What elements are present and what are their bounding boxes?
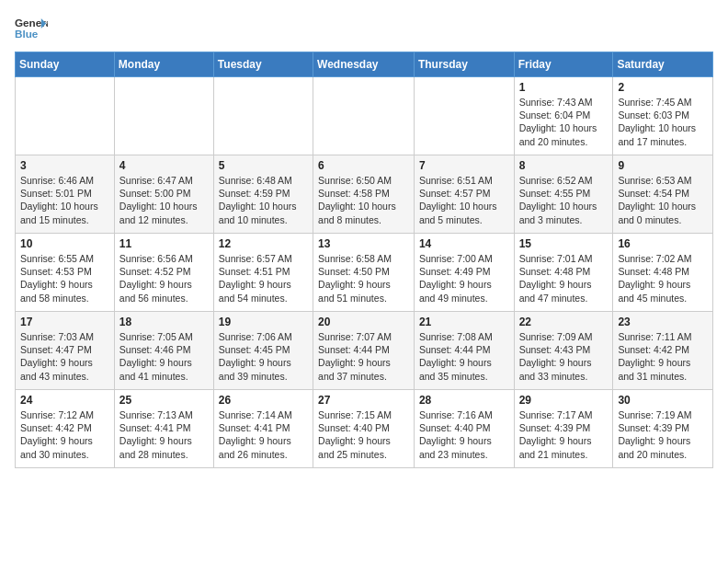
day-number: 29 bbox=[519, 394, 609, 407]
calendar-cell: 17Sunrise: 7:03 AM Sunset: 4:47 PM Dayli… bbox=[16, 312, 115, 390]
day-info: Sunrise: 7:11 AM Sunset: 4:42 PM Dayligh… bbox=[618, 330, 708, 383]
calendar-cell: 7Sunrise: 6:51 AM Sunset: 4:57 PM Daylig… bbox=[414, 155, 514, 234]
day-info: Sunrise: 6:53 AM Sunset: 4:54 PM Dayligh… bbox=[618, 174, 708, 226]
day-number: 8 bbox=[519, 159, 609, 172]
day-number: 5 bbox=[219, 159, 308, 172]
calendar-cell: 8Sunrise: 6:52 AM Sunset: 4:55 PM Daylig… bbox=[514, 155, 613, 234]
calendar-cell: 1Sunrise: 7:43 AM Sunset: 6:04 PM Daylig… bbox=[514, 77, 613, 155]
calendar-cell: 9Sunrise: 6:53 AM Sunset: 4:54 PM Daylig… bbox=[613, 155, 713, 234]
header: General Blue bbox=[15, 15, 713, 40]
calendar-cell bbox=[213, 77, 313, 155]
day-number: 3 bbox=[20, 159, 109, 172]
day-info: Sunrise: 7:15 AM Sunset: 4:40 PM Dayligh… bbox=[318, 408, 409, 461]
day-info: Sunrise: 7:17 AM Sunset: 4:39 PM Dayligh… bbox=[519, 408, 609, 461]
day-number: 1 bbox=[519, 81, 609, 94]
calendar-cell bbox=[313, 77, 415, 155]
calendar-cell: 27Sunrise: 7:15 AM Sunset: 4:40 PM Dayli… bbox=[313, 390, 415, 468]
day-info: Sunrise: 6:50 AM Sunset: 4:58 PM Dayligh… bbox=[318, 174, 409, 226]
calendar-cell: 21Sunrise: 7:08 AM Sunset: 4:44 PM Dayli… bbox=[414, 312, 514, 390]
day-info: Sunrise: 6:55 AM Sunset: 4:53 PM Dayligh… bbox=[20, 252, 109, 304]
calendar-cell: 12Sunrise: 6:57 AM Sunset: 4:51 PM Dayli… bbox=[213, 234, 313, 312]
day-number: 4 bbox=[119, 159, 209, 172]
calendar-cell: 16Sunrise: 7:02 AM Sunset: 4:48 PM Dayli… bbox=[613, 234, 713, 312]
calendar-cell: 25Sunrise: 7:13 AM Sunset: 4:41 PM Dayli… bbox=[114, 390, 213, 468]
logo-icon: General Blue bbox=[15, 15, 48, 40]
day-info: Sunrise: 7:05 AM Sunset: 4:46 PM Dayligh… bbox=[119, 330, 209, 383]
day-number: 25 bbox=[119, 394, 209, 407]
week-row-1: 1Sunrise: 7:43 AM Sunset: 6:04 PM Daylig… bbox=[16, 77, 713, 155]
day-number: 30 bbox=[618, 394, 708, 407]
day-number: 2 bbox=[618, 81, 708, 94]
weekday-header-wednesday: Wednesday bbox=[313, 52, 415, 77]
day-number: 19 bbox=[219, 316, 308, 328]
calendar-cell: 30Sunrise: 7:19 AM Sunset: 4:39 PM Dayli… bbox=[613, 390, 713, 468]
weekday-header-tuesday: Tuesday bbox=[213, 52, 313, 77]
day-number: 10 bbox=[20, 237, 109, 250]
day-number: 26 bbox=[219, 394, 308, 407]
weekday-header-sunday: Sunday bbox=[16, 52, 115, 77]
calendar-cell: 15Sunrise: 7:01 AM Sunset: 4:48 PM Dayli… bbox=[514, 234, 613, 312]
day-number: 20 bbox=[318, 316, 409, 328]
day-info: Sunrise: 6:48 AM Sunset: 4:59 PM Dayligh… bbox=[219, 174, 308, 226]
day-number: 18 bbox=[119, 316, 209, 328]
week-row-4: 17Sunrise: 7:03 AM Sunset: 4:47 PM Dayli… bbox=[16, 312, 713, 390]
day-number: 23 bbox=[618, 316, 708, 328]
calendar-cell: 26Sunrise: 7:14 AM Sunset: 4:41 PM Dayli… bbox=[213, 390, 313, 468]
day-info: Sunrise: 7:02 AM Sunset: 4:48 PM Dayligh… bbox=[618, 252, 708, 304]
day-number: 16 bbox=[618, 237, 708, 250]
day-info: Sunrise: 7:06 AM Sunset: 4:45 PM Dayligh… bbox=[219, 330, 308, 383]
calendar-cell: 24Sunrise: 7:12 AM Sunset: 4:42 PM Dayli… bbox=[16, 390, 115, 468]
weekday-header-saturday: Saturday bbox=[613, 52, 713, 77]
calendar-cell bbox=[114, 77, 213, 155]
day-info: Sunrise: 7:43 AM Sunset: 6:04 PM Dayligh… bbox=[519, 96, 609, 148]
day-info: Sunrise: 7:07 AM Sunset: 4:44 PM Dayligh… bbox=[318, 330, 409, 383]
weekday-header-monday: Monday bbox=[114, 52, 213, 77]
day-number: 6 bbox=[318, 159, 409, 172]
svg-text:Blue: Blue bbox=[15, 28, 39, 40]
calendar-cell: 4Sunrise: 6:47 AM Sunset: 5:00 PM Daylig… bbox=[114, 155, 213, 234]
day-info: Sunrise: 6:58 AM Sunset: 4:50 PM Dayligh… bbox=[318, 252, 409, 304]
calendar-cell: 11Sunrise: 6:56 AM Sunset: 4:52 PM Dayli… bbox=[114, 234, 213, 312]
calendar-cell: 29Sunrise: 7:17 AM Sunset: 4:39 PM Dayli… bbox=[514, 390, 613, 468]
week-row-3: 10Sunrise: 6:55 AM Sunset: 4:53 PM Dayli… bbox=[16, 234, 713, 312]
day-info: Sunrise: 7:19 AM Sunset: 4:39 PM Dayligh… bbox=[618, 408, 708, 461]
day-info: Sunrise: 7:00 AM Sunset: 4:49 PM Dayligh… bbox=[419, 252, 509, 304]
day-number: 9 bbox=[618, 159, 708, 172]
day-info: Sunrise: 7:12 AM Sunset: 4:42 PM Dayligh… bbox=[20, 408, 109, 461]
day-info: Sunrise: 6:51 AM Sunset: 4:57 PM Dayligh… bbox=[419, 174, 509, 226]
day-info: Sunrise: 7:14 AM Sunset: 4:41 PM Dayligh… bbox=[219, 408, 308, 461]
weekday-header-row: SundayMondayTuesdayWednesdayThursdayFrid… bbox=[16, 52, 713, 77]
day-info: Sunrise: 6:56 AM Sunset: 4:52 PM Dayligh… bbox=[119, 252, 209, 304]
day-info: Sunrise: 6:57 AM Sunset: 4:51 PM Dayligh… bbox=[219, 252, 308, 304]
calendar-cell: 19Sunrise: 7:06 AM Sunset: 4:45 PM Dayli… bbox=[213, 312, 313, 390]
day-number: 28 bbox=[419, 394, 509, 407]
weekday-header-thursday: Thursday bbox=[414, 52, 514, 77]
calendar-table: SundayMondayTuesdayWednesdayThursdayFrid… bbox=[15, 52, 713, 468]
day-number: 22 bbox=[519, 316, 609, 328]
day-number: 14 bbox=[419, 237, 509, 250]
day-info: Sunrise: 7:16 AM Sunset: 4:40 PM Dayligh… bbox=[419, 408, 509, 461]
calendar-cell: 13Sunrise: 6:58 AM Sunset: 4:50 PM Dayli… bbox=[313, 234, 415, 312]
week-row-2: 3Sunrise: 6:46 AM Sunset: 5:01 PM Daylig… bbox=[16, 155, 713, 234]
calendar-cell: 23Sunrise: 7:11 AM Sunset: 4:42 PM Dayli… bbox=[613, 312, 713, 390]
calendar-cell: 3Sunrise: 6:46 AM Sunset: 5:01 PM Daylig… bbox=[16, 155, 115, 234]
week-row-5: 24Sunrise: 7:12 AM Sunset: 4:42 PM Dayli… bbox=[16, 390, 713, 468]
day-number: 17 bbox=[20, 316, 109, 328]
day-info: Sunrise: 6:46 AM Sunset: 5:01 PM Dayligh… bbox=[20, 174, 109, 226]
logo: General Blue bbox=[15, 15, 48, 40]
day-number: 21 bbox=[419, 316, 509, 328]
day-number: 11 bbox=[119, 237, 209, 250]
weekday-header-friday: Friday bbox=[514, 52, 613, 77]
day-number: 24 bbox=[20, 394, 109, 407]
calendar-cell: 10Sunrise: 6:55 AM Sunset: 4:53 PM Dayli… bbox=[16, 234, 115, 312]
day-info: Sunrise: 6:52 AM Sunset: 4:55 PM Dayligh… bbox=[519, 174, 609, 226]
day-number: 12 bbox=[219, 237, 308, 250]
calendar-cell: 28Sunrise: 7:16 AM Sunset: 4:40 PM Dayli… bbox=[414, 390, 514, 468]
day-number: 27 bbox=[318, 394, 409, 407]
calendar-cell: 18Sunrise: 7:05 AM Sunset: 4:46 PM Dayli… bbox=[114, 312, 213, 390]
day-number: 13 bbox=[318, 237, 409, 250]
calendar-cell: 2Sunrise: 7:45 AM Sunset: 6:03 PM Daylig… bbox=[613, 77, 713, 155]
day-number: 15 bbox=[519, 237, 609, 250]
calendar-cell: 6Sunrise: 6:50 AM Sunset: 4:58 PM Daylig… bbox=[313, 155, 415, 234]
calendar-cell: 22Sunrise: 7:09 AM Sunset: 4:43 PM Dayli… bbox=[514, 312, 613, 390]
